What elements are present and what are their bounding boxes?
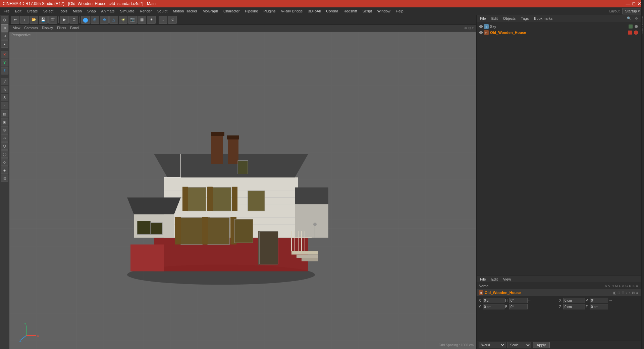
maximize-btn[interactable]: □ [633,1,635,6]
obj-vis2-sky[interactable] [635,25,638,28]
vp-menu-filters[interactable]: Filters [55,26,68,30]
vp-menu-view[interactable]: View [11,26,22,30]
tb-render[interactable]: 🎬 [48,16,57,24]
tool-circle2[interactable]: ◯ [1,150,8,158]
menu-pipeline[interactable]: Pipeline [243,8,260,14]
coord-x-pos[interactable] [483,298,504,303]
menu-vray[interactable]: V-Ray Bridge [279,8,305,14]
menu-window[interactable]: Window [375,8,393,14]
viewport[interactable]: X Y Z Perspective Grid Spacing : 1000 cm [9,32,476,349]
objects-objects-btn[interactable]: Objects [502,16,517,21]
attrs-view-btn[interactable]: View [502,277,513,282]
tb-bend[interactable]: ⌣ [159,16,167,24]
menu-animate[interactable]: Animate [99,8,117,14]
tb-open[interactable]: 📂 [30,16,38,24]
tb-tube[interactable]: ⊙ [100,16,109,24]
search-icon[interactable]: 🔍 [626,16,632,21]
vp-menu-display[interactable]: Display [40,26,55,30]
world-dropdown[interactable]: World Object [479,342,505,348]
close-btn[interactable]: ✕ [637,1,641,6]
tb-torus[interactable]: ◎ [91,16,99,24]
objects-tags-btn[interactable]: Tags [520,16,530,21]
coord-z2-pos[interactable] [590,304,608,309]
menu-file[interactable]: File [1,8,12,14]
tool-line[interactable]: ╱ [1,78,8,85]
coord-h-val[interactable] [509,298,528,303]
obj-vis2-house[interactable] [634,31,638,35]
tool-grid[interactable]: ▤ [1,110,8,117]
tb-grid2[interactable]: ▦ [138,16,146,24]
tool-select-circle[interactable]: ◎ [1,126,8,134]
tb-render3[interactable]: ⊡ [69,16,78,24]
menu-tools[interactable]: Tools [56,8,70,14]
tool-rotate[interactable]: ↺ [1,32,8,40]
object-item-sky[interactable]: S Sky [478,23,639,30]
tool-deco[interactable]: ◈ [1,166,8,174]
attrs-file-btn[interactable]: File [479,277,487,282]
menu-create[interactable]: Create [24,8,40,14]
menu-plugins[interactable]: Plugins [261,8,278,14]
menu-sculpt[interactable]: Sculpt [155,8,170,14]
tool-move[interactable]: ⊕ [1,24,8,32]
menu-render[interactable]: Render [138,8,154,14]
menu-simulate[interactable]: Simulate [118,8,137,14]
tb-twist[interactable]: ↯ [168,16,177,24]
vp-menu-cameras[interactable]: Cameras [23,26,40,30]
tool-scale[interactable]: ● [1,40,8,48]
scale-dropdown[interactable]: Scale Absolute [507,342,531,348]
coord-b-val[interactable] [509,304,528,309]
right-scrollbar[interactable] [641,0,644,349]
objects-edit-btn[interactable]: Edit [490,16,499,21]
menu-3dtoall[interactable]: 3DToAll [306,8,323,14]
tb-save[interactable]: 💾 [39,16,48,24]
menu-script[interactable]: Script [360,8,374,14]
tool-paint[interactable]: S [1,94,8,101]
objects-file-btn[interactable]: File [479,16,487,21]
tool-pen[interactable]: ✎ [1,86,8,93]
tb-undo[interactable]: ↩ [11,16,19,24]
attr-icon-7[interactable]: ◈ [636,291,639,295]
menu-motiontracker[interactable]: Motion Tracker [170,8,200,14]
tb-render2[interactable]: ▶ [60,16,69,24]
menu-mograph[interactable]: MoGraph [200,8,220,14]
menu-corona[interactable]: Corona [324,8,340,14]
tb-new[interactable]: + [20,16,29,24]
tool-select-lasso[interactable]: ▱ [1,134,8,142]
tool-y[interactable]: Y [1,59,8,66]
attr-icon-5[interactable]: ↑ [629,291,631,295]
attr-icon-1[interactable]: ◧ [613,291,616,295]
menu-snap[interactable]: Snap [85,8,98,14]
menu-edit[interactable]: Edit [13,8,24,14]
tool-hex[interactable]: ⬡ [1,142,8,150]
minimize-btn[interactable]: — [626,1,631,6]
tool-sculpt[interactable]: ⌢ [1,102,8,109]
apply-button[interactable]: Apply [533,342,550,348]
tool-select-rect[interactable]: ▣ [1,118,8,126]
tb-cam[interactable]: 📷 [128,16,137,24]
coord-y-pos[interactable] [483,304,504,309]
menu-help[interactable]: Help [393,8,406,14]
attr-icon-4[interactable]: ↓ [626,291,628,295]
content-browser-label[interactable]: Content Browser [641,15,644,36]
tb-sphere[interactable]: ⬤ [81,16,90,24]
coord-z-pos[interactable] [563,304,585,309]
tool-box[interactable]: ⊡ [1,174,8,182]
obj-vis-sky[interactable] [479,25,483,28]
layout-dropdown[interactable]: Startup ▾ [622,8,643,14]
attr-icon-2[interactable]: ⊡ [618,291,620,295]
menu-mesh[interactable]: Mesh [70,8,84,14]
attrs-edit-btn[interactable]: Edit [490,277,499,282]
objects-bookmarks-btn[interactable]: Bookmarks [533,16,554,21]
menu-redshift[interactable]: Redshift [341,8,359,14]
vp-menu-panel[interactable]: Panel [68,26,80,30]
menu-character[interactable]: Character [221,8,242,14]
gear-icon[interactable]: ⚙ [634,16,639,21]
object-item-house[interactable]: H Old_Wooden_House [478,30,639,36]
tb-cone[interactable]: △ [109,16,118,24]
attr-icon-3[interactable]: ☰ [622,291,625,295]
tb-light[interactable]: ☀ [119,16,127,24]
tool-diamond[interactable]: ◇ [1,158,8,166]
coord-p-val[interactable] [590,298,608,303]
tool-model[interactable]: ⬡ [1,16,8,23]
tb-fx[interactable]: ✦ [147,16,156,24]
